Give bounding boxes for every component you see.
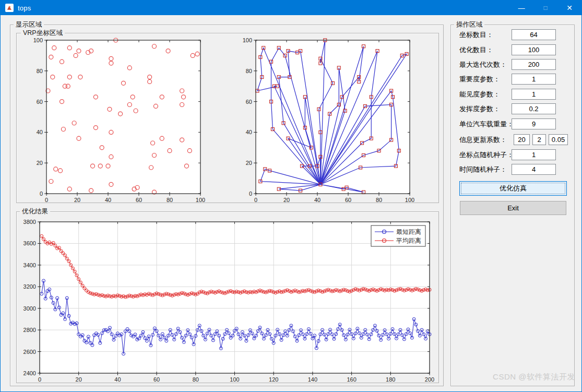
svg-text:100: 100 — [33, 37, 43, 43]
svg-text:0: 0 — [249, 191, 252, 197]
svg-text:100: 100 — [243, 37, 252, 43]
coord-seed-input[interactable] — [512, 149, 556, 160]
play-degree-row: 发挥度参数： — [451, 103, 574, 115]
minimize-icon[interactable]: — — [509, 1, 533, 15]
svg-text:60: 60 — [246, 99, 252, 105]
importance-input[interactable] — [512, 74, 556, 85]
matlab-app-icon — [5, 4, 14, 12]
app-window: tops — □ ✕ 显示区域 VRP坐标区域 优化结果 02040608010… — [0, 0, 582, 392]
svg-text:20: 20 — [74, 197, 80, 203]
svg-text:80: 80 — [167, 197, 173, 203]
svg-text:40: 40 — [105, 197, 111, 203]
vehicle-capacity-label: 单位汽车载重量： — [459, 118, 514, 129]
svg-text:40: 40 — [37, 129, 43, 135]
svg-text:80: 80 — [376, 197, 382, 203]
opt-count-input[interactable] — [512, 44, 556, 55]
coord-seed-row: 坐标点随机种子： — [451, 149, 574, 161]
svg-text:0: 0 — [254, 197, 257, 203]
importance-row: 重要度参数： — [451, 74, 574, 85]
watermark-text: CSDN @软件算法开发 — [493, 372, 575, 382]
play-degree-input[interactable] — [512, 103, 556, 114]
svg-text:120: 120 — [269, 376, 278, 383]
maximize-icon[interactable]: □ — [533, 1, 557, 15]
svg-text:40: 40 — [314, 197, 320, 203]
pheromone-update-input-2[interactable] — [532, 134, 546, 145]
window-controls: — □ ✕ — [509, 1, 581, 15]
pheromone-update-row: 信息更新系数： — [451, 134, 574, 146]
vehicle-capacity-row: 单位汽车载重量： — [451, 118, 574, 130]
visibility-label: 能见度参数： — [459, 89, 500, 100]
max-iter-input[interactable] — [512, 59, 556, 70]
optimization-result-title: 优化结果 — [20, 207, 50, 216]
pheromone-update-input-1[interactable] — [514, 134, 530, 145]
time-seed-input[interactable] — [512, 164, 556, 175]
visibility-input[interactable] — [512, 89, 556, 100]
svg-text:180: 180 — [386, 376, 395, 383]
svg-text:60: 60 — [37, 99, 43, 105]
visibility-row: 能见度参数： — [451, 89, 574, 100]
pheromone-update-input-3[interactable] — [549, 134, 568, 145]
play-degree-label: 发挥度参数： — [459, 103, 500, 114]
simulate-button[interactable]: 优化仿真 — [459, 181, 567, 196]
svg-text:200: 200 — [425, 376, 434, 383]
vrp-route-plot: 020406080100020406080100 — [231, 34, 414, 206]
svg-text:100: 100 — [405, 197, 414, 203]
importance-label: 重要度参数： — [459, 74, 500, 85]
svg-text:2600: 2600 — [23, 349, 36, 355]
svg-text:160: 160 — [347, 376, 356, 383]
operation-area-title: 操作区域 — [454, 20, 484, 29]
svg-text:60: 60 — [153, 376, 160, 383]
svg-text:3000: 3000 — [23, 305, 36, 312]
time-seed-label: 时间随机种子： — [459, 164, 507, 175]
pheromone-update-label: 信息更新系数： — [459, 134, 507, 145]
convergence-plot: 0204060801001201401601802002400260028003… — [16, 216, 437, 384]
close-icon[interactable]: ✕ — [557, 1, 581, 15]
svg-text:80: 80 — [193, 376, 199, 383]
max-iter-label: 最大迭代次数： — [459, 59, 507, 70]
svg-text:20: 20 — [37, 160, 43, 166]
svg-text:3200: 3200 — [23, 283, 36, 290]
coord-count-label: 坐标数目： — [459, 29, 493, 40]
svg-text:40: 40 — [114, 376, 121, 383]
svg-text:2800: 2800 — [23, 327, 36, 333]
coord-count-input[interactable] — [512, 29, 556, 40]
svg-text:100: 100 — [196, 197, 205, 203]
vrp-coordinate-scatter-plot: 020406080100020406080100 — [21, 34, 205, 206]
title-bar: tops — □ ✕ — [1, 1, 581, 15]
exit-button[interactable]: Exit — [460, 201, 566, 215]
svg-text:60: 60 — [136, 197, 142, 203]
window-title: tops — [18, 4, 31, 12]
svg-text:2400: 2400 — [23, 370, 36, 376]
svg-text:最短距离: 最短距离 — [396, 228, 421, 235]
svg-text:60: 60 — [345, 197, 351, 203]
svg-text:140: 140 — [308, 376, 317, 383]
svg-text:0: 0 — [45, 197, 48, 203]
svg-text:80: 80 — [37, 68, 43, 74]
opt-count-label: 优化数目： — [459, 44, 493, 55]
svg-text:20: 20 — [283, 197, 290, 203]
svg-text:20: 20 — [246, 160, 252, 166]
svg-text:0: 0 — [40, 191, 43, 197]
svg-text:平均距离: 平均距离 — [396, 237, 421, 244]
coord-count-row: 坐标数目： — [451, 29, 574, 41]
svg-text:80: 80 — [246, 68, 252, 74]
svg-text:3400: 3400 — [23, 262, 36, 268]
svg-text:40: 40 — [246, 129, 252, 135]
time-seed-row: 时间随机种子： — [451, 164, 574, 175]
opt-count-row: 优化数目： — [451, 44, 574, 56]
display-area-title: 显示区域 — [14, 20, 44, 29]
svg-text:20: 20 — [76, 376, 82, 383]
svg-text:0: 0 — [38, 376, 41, 383]
svg-text:3800: 3800 — [23, 219, 36, 225]
vehicle-capacity-input[interactable] — [512, 118, 556, 129]
max-iter-row: 最大迭代次数： — [451, 59, 574, 70]
coord-seed-label: 坐标点随机种子： — [459, 149, 514, 160]
svg-text:3600: 3600 — [23, 240, 36, 246]
operation-area-panel: 操作区域 坐标数目： 优化数目： 最大迭代次数： 重要度参数： 能见度参数： 发… — [450, 25, 575, 386]
svg-text:100: 100 — [230, 376, 239, 383]
